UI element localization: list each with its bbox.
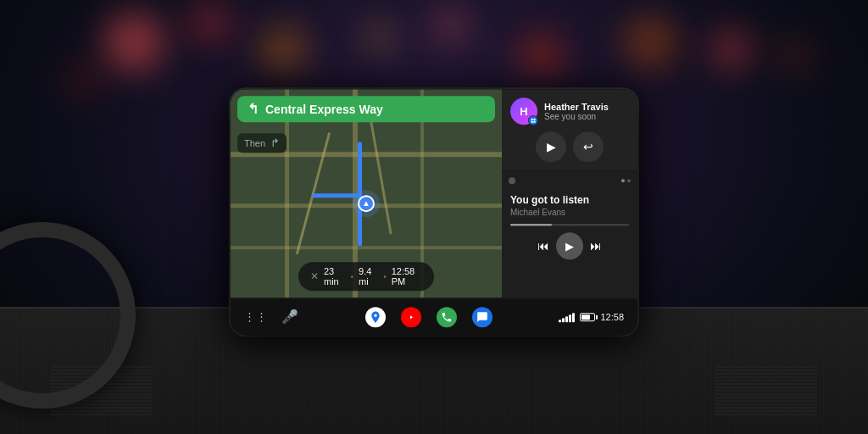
svg-rect-0 <box>531 118 532 120</box>
reply-icon: ↩ <box>583 140 593 153</box>
play-pause-button[interactable]: ▶ <box>556 232 583 259</box>
play-icon: ▶ <box>565 240 574 253</box>
navigation-banner: ↰ Central Express Way <box>237 96 495 122</box>
signal-bar-1 <box>559 320 561 322</box>
caller-badge <box>528 115 538 125</box>
svg-rect-1 <box>533 118 535 120</box>
battery-fill <box>581 314 590 320</box>
signal-bar-2 <box>562 318 565 322</box>
street-name: Central Express Way <box>265 103 485 116</box>
music-title: You got to listen <box>510 194 629 206</box>
decline-call-button[interactable]: ↩ <box>573 131 604 162</box>
music-progress-bar <box>510 224 629 225</box>
then-label: Then <box>244 138 265 148</box>
accept-call-button[interactable]: ▶ <box>536 131 566 162</box>
dot-2 <box>627 179 631 182</box>
then-instruction: Then ↱ <box>237 133 287 153</box>
close-icon: ✕ <box>310 270 319 282</box>
music-page-dots <box>621 179 631 182</box>
signal-strength-icon <box>559 312 575 322</box>
speaker-grille-right <box>715 366 817 417</box>
youtube-music-icon[interactable] <box>401 307 421 327</box>
caller-initials: H <box>520 105 527 118</box>
music-progress-fill <box>510 224 552 225</box>
right-panel: H Heather Travis See you soon ▶ <box>502 89 637 298</box>
caller-status: See you soon <box>544 112 629 121</box>
turn-arrow-icon: ↰ <box>248 101 259 117</box>
signal-bar-4 <box>569 314 571 322</box>
call-card: H Heather Travis See you soon ▶ <box>502 89 637 170</box>
location-arrow-icon: ▲ <box>362 200 370 209</box>
next-icon: ⏭ <box>590 239 602 253</box>
messages-app-icon[interactable] <box>472 307 492 327</box>
prev-icon: ⏮ <box>537 239 549 253</box>
apps-grid-icon[interactable]: ⋮⋮ <box>244 310 268 323</box>
signal-bar-5 <box>572 313 575 322</box>
play-icon: ▶ <box>547 140 556 153</box>
previous-track-button[interactable]: ⏮ <box>537 239 549 253</box>
dot-1 <box>621 179 625 182</box>
maps-app-icon[interactable] <box>365 307 386 327</box>
caller-name: Heather Travis <box>544 102 629 112</box>
clock: 12:58 <box>600 312 624 322</box>
signal-bar-3 <box>565 316 568 322</box>
battery-icon <box>580 313 595 321</box>
svg-rect-3 <box>533 120 535 122</box>
map-view: ↰ Central Express Way Then ↱ ▲ <box>231 89 502 298</box>
eta-distance: 9.4 mi <box>359 266 378 287</box>
status-bar: 12:58 <box>559 312 624 322</box>
caller-avatar: H <box>510 97 537 125</box>
next-track-button[interactable]: ⏭ <box>590 239 602 253</box>
microphone-icon[interactable]: 🎤 <box>281 309 298 325</box>
eta-arrival: 12:58 PM <box>392 266 422 287</box>
music-indicator <box>509 177 515 184</box>
location-marker: ▲ <box>353 191 380 218</box>
music-controls: ⏮ ▶ ⏭ <box>510 232 629 259</box>
music-card: You got to listen Michael Evans ⏮ ▶ ⏭ <box>502 172 637 298</box>
svg-rect-2 <box>531 120 532 122</box>
phone-app-icon[interactable] <box>437 307 457 327</box>
music-artist: Michael Evans <box>510 208 629 217</box>
bottom-navigation-bar: ⋮⋮ 🎤 <box>231 298 637 335</box>
eta-bar: ✕ 23 min • 9.4 mi • 12:58 PM <box>298 262 434 291</box>
android-auto-screen: ↰ Central Express Way Then ↱ ▲ <box>231 89 637 335</box>
eta-duration: 23 min <box>324 266 346 287</box>
then-arrow-icon: ↱ <box>270 136 280 149</box>
